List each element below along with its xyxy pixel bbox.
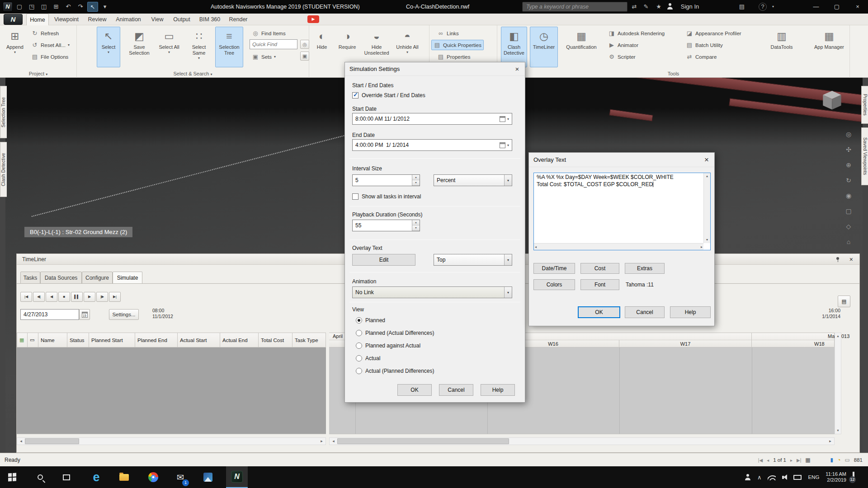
chevron-down-icon[interactable]: ▾ — [504, 287, 512, 298]
favorites-star-icon[interactable]: ★ — [653, 0, 665, 14]
sets-launcher-button[interactable]: ▣ — [300, 52, 309, 61]
colors-button[interactable]: Colors — [533, 279, 575, 290]
cost-button[interactable]: Cost — [580, 263, 619, 274]
new-file-icon[interactable]: ▢ — [14, 2, 25, 12]
comment-column-header[interactable]: ▭ — [28, 333, 38, 347]
extras-button[interactable]: Extras — [625, 263, 665, 274]
gantt-options-button[interactable]: ▤ — [838, 296, 850, 307]
clash-detective-button[interactable]: ◧ Clash Detective — [501, 27, 527, 67]
playback-stop-button[interactable]: ■ — [58, 292, 70, 302]
playback-step-back-button[interactable]: ◀| — [33, 292, 45, 302]
scroll-left-icon[interactable]: ◂ — [17, 438, 25, 445]
tab-review[interactable]: Review — [84, 14, 110, 25]
caret-down-icon[interactable]: ▾ — [507, 117, 509, 121]
home-icon[interactable]: ⌂ — [843, 236, 854, 248]
column-header-name[interactable]: Name — [38, 333, 67, 347]
column-header-actual-start[interactable]: Actual Start — [178, 333, 220, 347]
tab-viewpoint[interactable]: Viewpoint — [50, 14, 83, 25]
unhide-all-button[interactable]: ◓ Unhide All ▾ — [394, 27, 420, 67]
ok-button[interactable]: OK — [578, 306, 620, 318]
radio-icon[interactable] — [356, 330, 362, 336]
open-file-icon[interactable]: ◳ — [26, 2, 37, 12]
gantt-horizontal-scrollbar[interactable]: ◂ ▸ — [329, 437, 835, 445]
navisworks-taskbar-button[interactable]: N — [226, 466, 248, 488]
quick-find-input[interactable] — [250, 39, 297, 49]
quick-find-launcher-button[interactable]: ◎ — [300, 40, 309, 49]
help-button[interactable]: Help — [670, 306, 711, 318]
reset-all-button[interactable]: ↺ Reset All... ▾ — [29, 40, 72, 50]
playback-play-button[interactable]: ▶ — [84, 292, 95, 302]
pin-icon[interactable] — [835, 257, 840, 262]
viewcube[interactable] — [817, 87, 843, 112]
animation-dropdown[interactable]: No Link ▾ — [352, 286, 512, 298]
spinner-arrows[interactable]: ▴▾ — [412, 220, 420, 231]
timeliner-tab-data-sources[interactable]: Data Sources — [40, 272, 82, 284]
tab-render[interactable]: Render — [225, 14, 251, 25]
scroll-up-icon[interactable]: ▴ — [835, 333, 841, 339]
radio-planned-actual-differences[interactable]: Planned (Actual Differences) — [356, 330, 434, 336]
editor-horizontal-scrollbar[interactable]: ◂ ▸ — [534, 243, 703, 250]
select-button[interactable]: ↖ Select ▾ — [97, 27, 120, 67]
radio-selected-icon[interactable] — [356, 317, 362, 324]
show-all-tasks-checkbox[interactable]: Show all tasks in interval — [352, 193, 421, 200]
taskbar-clock[interactable]: 11:16 AM 2/2/2019 — [826, 471, 846, 483]
action-center-button[interactable]: 12 — [853, 473, 863, 482]
tab-home[interactable]: Home — [26, 14, 49, 25]
datatools-button[interactable]: ▥ DataTools — [767, 27, 797, 67]
photos-button[interactable] — [197, 466, 219, 488]
column-header-planned-start[interactable]: Planned Start — [89, 333, 135, 347]
close-button[interactable]: × — [847, 0, 868, 14]
volume-icon[interactable] — [782, 474, 787, 480]
people-icon[interactable] — [745, 474, 751, 480]
radio-planned[interactable]: Planned — [356, 317, 385, 324]
select-same-button[interactable]: ∷ Select Same ▾ — [186, 27, 212, 67]
properties-button[interactable]: ▤ Properties — [435, 52, 472, 62]
file-explorer-button[interactable] — [113, 466, 135, 488]
playback-play-reverse-button[interactable]: ◀ — [46, 292, 57, 302]
playback-step-forward-button[interactable]: |▶ — [96, 292, 108, 302]
checkbox-checked-icon[interactable] — [352, 92, 359, 99]
timeliner-tab-tasks[interactable]: Tasks — [20, 272, 40, 284]
quantification-button[interactable]: ▦ Quantification — [562, 27, 600, 67]
hide-unselected-button[interactable]: ◒ Hide Unselected — [362, 27, 392, 67]
sheet-next-icon[interactable]: ▸ — [790, 458, 793, 463]
task-table-body[interactable] — [17, 347, 326, 434]
task-activate-column-header[interactable]: ▦ — [17, 333, 28, 347]
sets-button[interactable]: ▣ Sets ▾ — [250, 52, 278, 62]
zoom-icon[interactable]: ⊕ — [843, 159, 854, 171]
walk-icon[interactable]: ◇ — [843, 221, 854, 232]
group-caption-project[interactable]: Project ▾ — [0, 71, 76, 76]
help-icon[interactable]: ? — [759, 3, 767, 11]
scroll-right-icon[interactable]: ▸ — [826, 438, 834, 445]
column-header-task-type[interactable]: Task Type — [292, 333, 326, 347]
calendar-icon[interactable] — [500, 116, 505, 122]
column-header-total-cost[interactable]: Total Cost — [259, 333, 292, 347]
scripter-button[interactable]: ⚙ Scripter — [606, 52, 638, 62]
require-button[interactable]: ◑ Require — [335, 27, 360, 67]
tab-animation[interactable]: Animation — [111, 14, 146, 25]
web-server-status-icon[interactable]: ▮ — [830, 457, 834, 463]
autodesk-rendering-button[interactable]: ◨ Autodesk Rendering — [606, 28, 667, 38]
taskbar-search-button[interactable] — [29, 466, 51, 488]
panel-tab-clash-detective[interactable]: Clash Detective — [0, 142, 7, 197]
radio-actual-planned-differences[interactable]: Actual (Planned Differences) — [356, 368, 434, 374]
help-button[interactable]: Help — [481, 384, 515, 396]
quick-properties-button[interactable]: ▤ Quick Properties — [431, 40, 484, 50]
append-button[interactable]: ⊞ Append ▾ — [3, 27, 27, 67]
links-button[interactable]: ∞ Links — [435, 28, 461, 38]
calendar-picker-button[interactable]: 15 — [79, 309, 90, 320]
save-selection-button[interactable]: ◩ Save Selection — [126, 27, 153, 67]
license-status-icon[interactable]: ◔ — [837, 457, 840, 463]
app-store-cart-icon[interactable]: ▤ — [736, 0, 748, 14]
compare-button[interactable]: ⇄ Compare — [684, 52, 719, 62]
help-caret-icon[interactable]: ▾ — [769, 0, 777, 14]
touch-keyboard-icon[interactable] — [793, 475, 802, 480]
social-media-icon[interactable]: ▶ — [307, 15, 319, 23]
refresh-button[interactable]: ↻ Refresh — [29, 28, 61, 38]
editor-vertical-scrollbar[interactable]: ▴ ▾ — [703, 173, 710, 243]
exchange-apps-icon[interactable]: ⇄ — [628, 0, 640, 14]
animator-button[interactable]: ▶ Animator — [606, 40, 641, 50]
table-horizontal-scrollbar[interactable]: ◂ ▸ — [17, 437, 326, 445]
timeliner-tab-simulate[interactable]: Simulate — [113, 272, 142, 284]
radio-planned-against-actual[interactable]: Planned against Actual — [356, 343, 420, 349]
